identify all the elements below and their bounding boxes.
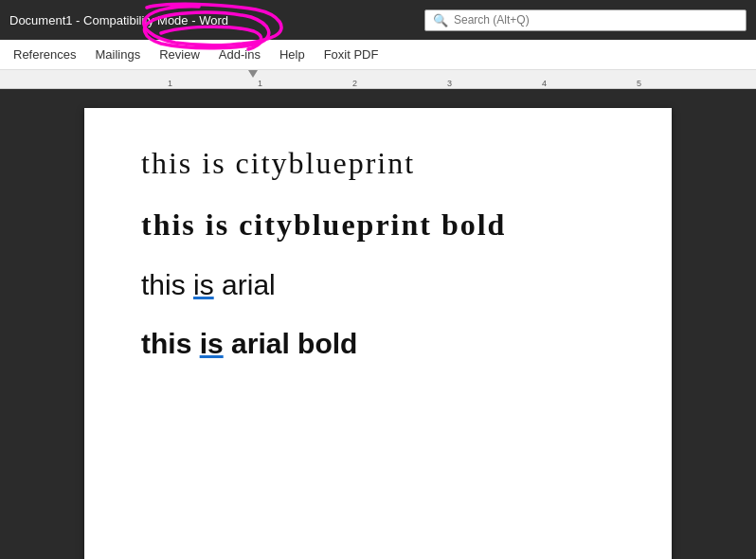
search-input[interactable]: [454, 13, 738, 27]
menu-item-foxit-pdf[interactable]: Foxit PDF: [315, 43, 388, 66]
line3-suffix: arial: [214, 269, 276, 300]
search-bar[interactable]: 🔍: [424, 9, 747, 31]
ruler: 1 1 2 3 4 5: [0, 70, 756, 89]
title-bar: Document1 - Compatibility Mode - Word 🔍: [0, 0, 756, 40]
ruler-tick-3: 3: [447, 79, 452, 88]
title-text: Document1 - Compatibility Mode - Word: [9, 13, 228, 27]
ruler-tick-4: 4: [542, 79, 547, 88]
document-area: this is cityblueprint this is citybluepr…: [0, 89, 756, 559]
text-line-2: this is cityblueprint bold: [141, 207, 615, 243]
ruler-tick-2: 2: [352, 79, 357, 88]
ruler-indent[interactable]: [248, 70, 258, 78]
search-icon: 🔍: [433, 13, 448, 27]
line3-underlined: is: [193, 269, 214, 300]
menu-item-help[interactable]: Help: [270, 43, 315, 66]
text-line-3: this is arial: [141, 269, 615, 301]
menu-item-mailings[interactable]: Mailings: [85, 43, 150, 66]
menu-item-review[interactable]: Review: [150, 43, 209, 66]
line3-prefix: this: [141, 269, 193, 300]
line4-underlined: is: [200, 328, 224, 359]
ruler-tick-5: 5: [637, 79, 641, 88]
menu-bar: References Mailings Review Add-ins Help …: [0, 40, 756, 70]
menu-item-references[interactable]: References: [4, 43, 85, 66]
ruler-tick-neg1: 1: [168, 79, 172, 88]
line4-prefix: this: [141, 328, 200, 359]
document-page[interactable]: this is cityblueprint this is citybluepr…: [84, 108, 672, 559]
menu-item-add-ins[interactable]: Add-ins: [209, 43, 270, 66]
text-line-1: this is cityblueprint: [141, 146, 615, 181]
line4-suffix: arial bold: [224, 328, 358, 359]
ruler-tick-1: 1: [258, 79, 262, 88]
text-line-4: this is arial bold: [141, 328, 615, 360]
